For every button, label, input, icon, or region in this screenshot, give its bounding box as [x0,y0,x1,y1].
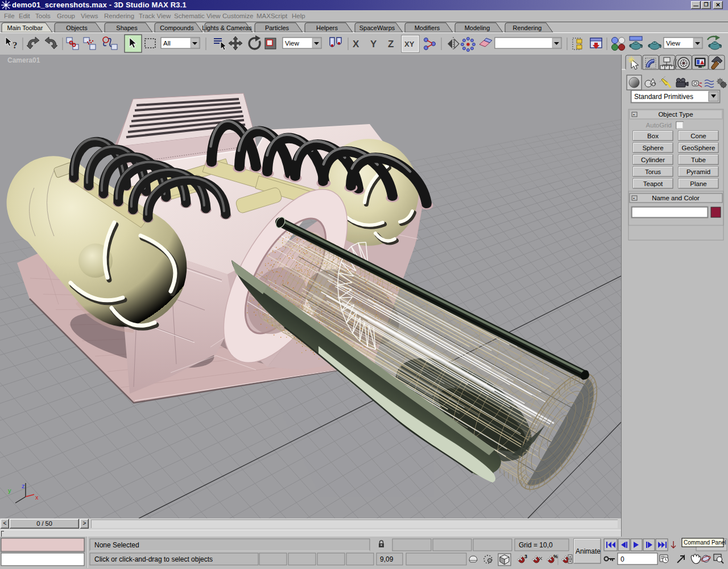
svg-text:Particles: Particles [265,24,289,31]
svg-text:-: - [633,112,635,117]
svg-text:9,09: 9,09 [380,555,394,563]
svg-text:X: X [353,39,359,50]
svg-text:Plane: Plane [690,180,706,187]
svg-text:Cone: Cone [690,133,706,139]
svg-text:XY: XY [404,40,415,48]
svg-text:%: % [553,554,558,559]
svg-text:Torus: Torus [645,168,661,175]
svg-text:Tube: Tube [691,156,706,163]
svg-text:x: x [35,494,39,501]
svg-text:Teapot: Teapot [643,180,663,187]
svg-text:-: - [633,195,635,201]
svg-text:?: ? [13,40,18,51]
svg-text:Animate: Animate [576,547,601,555]
svg-text:Camera01: Camera01 [7,56,40,64]
svg-text:Modeling: Modeling [465,24,490,31]
svg-text:Main Toolbar: Main Toolbar [7,24,43,31]
svg-text:Compounds: Compounds [160,24,194,31]
svg-text:GeoSphere: GeoSphere [682,145,715,151]
svg-text:y: y [8,487,11,494]
svg-text:Shapes: Shapes [116,24,138,31]
svg-text:Rendering: Rendering [513,24,542,31]
svg-text:Object Type: Object Type [658,111,693,118]
svg-text:Name and Color: Name and Color [652,195,700,201]
svg-text:3: 3 [524,554,527,559]
svg-text:All: All [163,40,171,47]
svg-text:Cylinder: Cylinder [641,156,665,163]
svg-text:Box: Box [647,133,659,139]
svg-text:Y: Y [370,39,377,50]
svg-text:Click or click-and-drag to sel: Click or click-and-drag to select object… [94,555,213,563]
svg-text:Grid = 10,0: Grid = 10,0 [519,541,553,549]
svg-text:Standard Primitives: Standard Primitives [634,93,693,101]
svg-text:None Selected: None Selected [94,541,139,549]
svg-text:z: z [22,483,25,489]
svg-text:Pyramid: Pyramid [686,168,710,175]
svg-text:Z: Z [388,39,394,50]
svg-text:View: View [285,40,299,47]
svg-text:Sphere: Sphere [642,145,663,151]
svg-text:SpaceWarps: SpaceWarps [359,24,395,31]
svg-text:Objects: Objects [66,24,88,31]
svg-text:AutoGrid: AutoGrid [646,122,672,129]
svg-text:Command Panel: Command Panel [684,539,726,546]
svg-text:Helpers: Helpers [316,24,338,31]
svg-text:View: View [666,40,680,47]
svg-text:Modifiers: Modifiers [415,24,440,31]
svg-text:0: 0 [621,555,624,563]
svg-text:Lights & Cameras: Lights & Cameras [202,24,252,31]
